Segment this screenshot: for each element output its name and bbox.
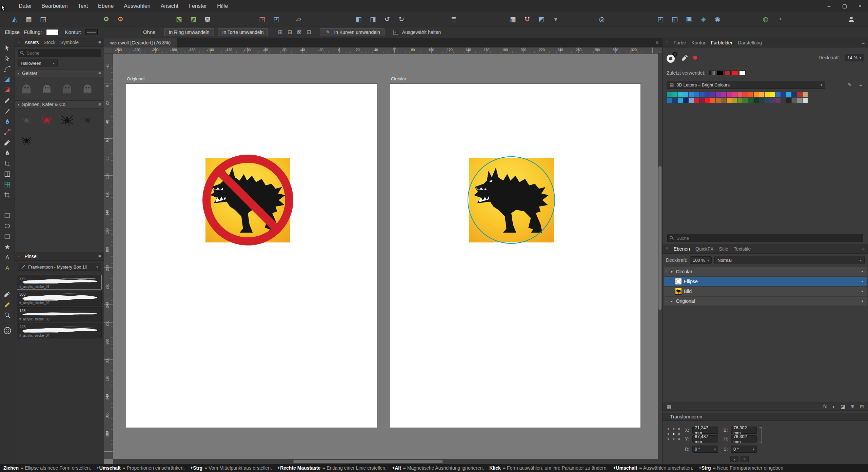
color-swatch-1-17[interactable] <box>754 92 759 97</box>
asset-section-geister[interactable]: ▾Geister≡ <box>15 69 104 77</box>
vector-brush-tool[interactable] <box>2 106 13 116</box>
layer-row-bild[interactable]: ⠿Bild● <box>664 287 867 296</box>
brush-item-ft-acrylic-stroke-04[interactable]: 225ft_acrylic_stroke_04 <box>17 323 102 338</box>
color-swatch-1-23[interactable] <box>786 92 791 97</box>
flip-vertical-icon[interactable]: ◨ <box>369 15 377 24</box>
rotation-field[interactable]: 0 ° ▾ <box>692 446 718 453</box>
y-field[interactable]: 67,437 mm <box>692 435 718 442</box>
recent-color-swatch-2[interactable] <box>717 71 723 75</box>
pixel-persona-icon[interactable]: ▦ <box>24 15 33 24</box>
account-icon[interactable] <box>847 15 856 24</box>
height-field[interactable]: 76,302 mm <box>731 435 757 442</box>
color-picker-tool[interactable] <box>2 289 13 299</box>
keep-selected-checkbox[interactable]: ✓ <box>393 30 398 35</box>
frame-text-tool[interactable] <box>2 263 13 273</box>
remove-layer-icon[interactable]: ⊟ <box>860 404 864 409</box>
slice-icon[interactable]: ◔ <box>775 15 784 24</box>
shape-tool[interactable] <box>2 242 13 252</box>
mask-icon[interactable]: ◪ <box>841 404 845 409</box>
color-swatch-1-8[interactable] <box>705 92 710 97</box>
designer-persona-icon[interactable]: ◭ <box>10 15 19 24</box>
tab-kontur[interactable]: Kontur <box>691 40 705 45</box>
menu-item-datei[interactable]: Datei <box>14 0 36 12</box>
anchor-cell-6[interactable] <box>676 431 682 436</box>
color-swatch-2-24[interactable] <box>792 98 797 103</box>
layer-visibility-toggle[interactable]: ● <box>862 280 863 283</box>
convert-to-ring-button[interactable]: In Ring umwandeln <box>164 28 214 36</box>
anchor-cell-7[interactable] <box>666 437 671 442</box>
link-dimensions-bracket[interactable] <box>760 427 762 442</box>
layer-grip-icon[interactable]: ⠿ <box>665 290 668 293</box>
color-swatch-1-2[interactable] <box>672 92 677 97</box>
palette-select[interactable]: ▤ 3D Letters – Bright Colours ▾ <box>667 81 825 89</box>
mesh-warp-tool[interactable] <box>2 169 13 179</box>
drag-grip-icon[interactable]: ⠿ <box>666 41 668 44</box>
color-swatch-1-5[interactable] <box>689 92 694 97</box>
color-swatch-1-18[interactable] <box>759 92 764 97</box>
layer-grip-icon[interactable]: ⠿ <box>665 280 668 283</box>
stroke-width-preview[interactable] <box>102 32 139 32</box>
history-icon[interactable]: ◰ <box>272 15 281 24</box>
opacity-select[interactable]: 14 % ▾ <box>845 54 864 61</box>
vector-crop-tool[interactable] <box>2 158 13 169</box>
color-swatch-2-23[interactable] <box>786 98 791 103</box>
horizontal-ruler[interactable]: -240-220-200-180-160-140-120-100-80-60-4… <box>113 47 662 54</box>
tab-symbole[interactable]: Symbole <box>60 40 79 45</box>
snapping-magnet-icon[interactable] <box>523 15 532 24</box>
anchor-cell-1[interactable] <box>666 426 671 431</box>
vertical-scroll-thumb[interactable] <box>658 166 662 310</box>
rounded-rectangle-tool[interactable] <box>2 231 13 241</box>
tab-farbfelder[interactable]: Farbfelder <box>711 40 732 45</box>
color-swatch-2-4[interactable] <box>683 98 688 103</box>
move-tool[interactable] <box>2 43 13 53</box>
color-swatch-1-9[interactable] <box>710 92 715 97</box>
color-swatch-1-3[interactable] <box>678 92 683 97</box>
layer-grip-icon[interactable]: ⠿ <box>665 270 668 273</box>
style-tool[interactable] <box>2 299 13 310</box>
anchor-cell-3[interactable] <box>676 426 682 431</box>
canvas-viewport[interactable]: Origional Circular <box>113 54 658 459</box>
section-menu-icon[interactable]: ≡ <box>98 71 101 76</box>
tab-textstile[interactable]: Textstile <box>734 246 751 252</box>
recent-color-swatch-1[interactable] <box>709 71 716 75</box>
divide-icon[interactable]: ◈ <box>699 15 708 24</box>
artboard-duplicate-icon[interactable]: ▨ <box>189 15 198 24</box>
layer-row-ellipse[interactable]: ⠿Ellipse● <box>664 277 867 286</box>
corner-tool[interactable] <box>2 64 13 74</box>
snapping-caret-icon[interactable]: ▾ <box>551 15 560 24</box>
color-swatch-2-3[interactable] <box>678 98 683 103</box>
geometry-intersect-icon[interactable]: ⊠ <box>295 28 303 36</box>
color-swatch-1-7[interactable] <box>699 92 705 97</box>
fill-swatch[interactable] <box>46 29 58 35</box>
color-swatch-1-19[interactable] <box>765 92 770 97</box>
frankentoon-badge[interactable] <box>2 326 13 336</box>
ellipse-tool[interactable] <box>2 221 13 231</box>
style-transfer-icon[interactable]: ▱ <box>294 15 303 24</box>
color-swatch-2-2[interactable] <box>672 98 677 103</box>
layer-expand-icon[interactable]: ▸ <box>670 299 674 303</box>
spider-asset-3[interactable] <box>58 111 76 129</box>
spider-asset-2[interactable] <box>38 111 56 129</box>
pixel-snap-icon[interactable]: ◩ <box>537 15 546 24</box>
palette-options-icon[interactable]: ≡ <box>857 81 864 88</box>
drag-grip-icon[interactable]: ⠿ <box>665 415 668 418</box>
rectangle-tool[interactable] <box>2 210 13 220</box>
panel-menu-icon[interactable]: ≡ <box>98 40 101 45</box>
x-field[interactable]: 71,247 mm <box>692 427 718 434</box>
color-swatch-1-26[interactable] <box>803 92 808 97</box>
grid-toggle-icon[interactable]: ▦ <box>509 15 517 24</box>
ghost-asset-1[interactable] <box>18 80 35 98</box>
tab-assets[interactable]: Assets <box>25 40 39 45</box>
tab-quickfx[interactable]: QuickFX <box>695 246 714 252</box>
menu-item-fenster[interactable]: Fenster <box>183 0 212 12</box>
anchor-cell-9[interactable] <box>676 437 682 442</box>
color-swatch-2-13[interactable] <box>732 98 737 103</box>
artboard-label[interactable]: Circular <box>391 76 406 81</box>
section-menu-icon[interactable]: ≡ <box>98 102 101 107</box>
spider-asset-1[interactable] <box>18 111 35 129</box>
recent-color-swatch-4[interactable] <box>732 71 738 75</box>
color-swatch-2-16[interactable] <box>748 98 753 103</box>
shear-field[interactable]: 0 ° ▾ <box>731 446 757 453</box>
color-swatch-1-15[interactable] <box>743 92 748 97</box>
fill-color-chip[interactable] <box>667 55 675 63</box>
